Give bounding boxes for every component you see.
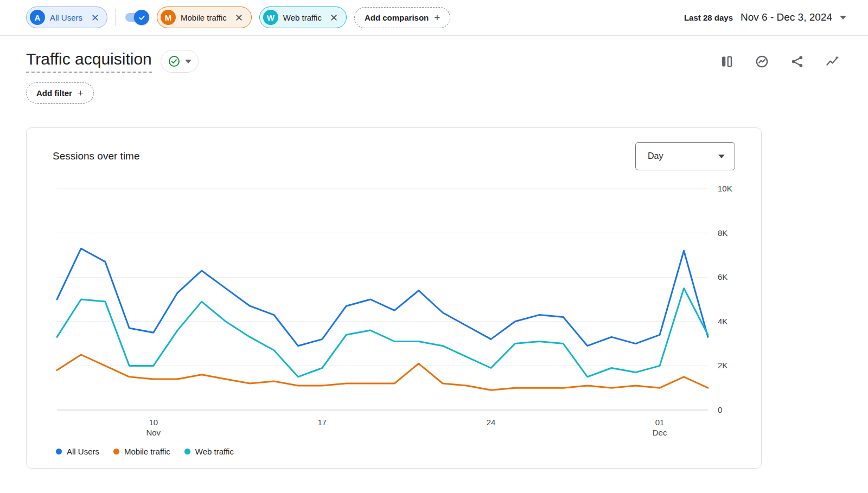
svg-text:10: 10 — [149, 418, 158, 427]
add-comparison-button[interactable]: Add comparison + — [354, 7, 450, 28]
legend-label: Mobile traffic — [124, 447, 170, 456]
date-range-value: Nov 6 - Dec 3, 2024 — [741, 11, 832, 23]
comparison-toggle[interactable] — [123, 10, 149, 25]
comparison-chip-label: Web traffic — [283, 13, 322, 22]
legend-dot — [113, 449, 119, 454]
chart-title: Sessions over time — [53, 150, 140, 162]
add-filter-button[interactable]: Add filter + — [26, 82, 94, 104]
sessions-chart[interactable]: 02K4K6K8K10K10Nov172401Dec — [53, 180, 736, 439]
legend-dot — [56, 449, 62, 454]
close-icon[interactable] — [234, 12, 245, 23]
all-users-avatar: A — [30, 10, 45, 25]
chevron-down-icon — [185, 60, 192, 63]
chevron-down-icon — [840, 16, 846, 20]
insights-icon[interactable] — [752, 52, 771, 71]
svg-text:24: 24 — [487, 418, 496, 427]
interval-value: Day — [648, 151, 663, 161]
svg-text:4K: 4K — [718, 317, 727, 326]
share-icon[interactable] — [788, 52, 807, 71]
report-header: Traffic acquisition — [0, 50, 868, 73]
check-circle-icon — [168, 55, 181, 68]
comparison-chip-label: All Users — [50, 13, 82, 22]
svg-text:01: 01 — [655, 418, 665, 427]
divider — [115, 9, 116, 26]
comparison-chip-all-users[interactable]: A All Users — [26, 7, 107, 28]
page-title: Traffic acquisition — [26, 50, 152, 73]
interval-dropdown[interactable]: Day — [635, 142, 735, 170]
trending-insights-icon[interactable] — [823, 52, 842, 71]
toggle-thumb-check-icon — [134, 10, 149, 25]
legend-label: All Users — [67, 447, 99, 456]
legend-item-web-traffic: Web traffic — [184, 447, 234, 456]
add-filter-label: Add filter — [36, 88, 72, 98]
add-comparison-label: Add comparison — [365, 13, 429, 22]
plus-icon: + — [78, 88, 84, 98]
web-traffic-avatar: W — [263, 10, 278, 25]
svg-text:6K: 6K — [718, 272, 727, 281]
compare-reports-icon[interactable] — [717, 52, 736, 71]
plus-icon: + — [434, 12, 440, 23]
comparison-bar: A All Users M Mobile traffic W Web traff… — [0, 0, 868, 36]
svg-text:8K: 8K — [718, 228, 727, 238]
svg-text:2K: 2K — [718, 361, 727, 370]
svg-text:17: 17 — [318, 418, 327, 427]
date-range-preset: Last 28 days — [684, 13, 733, 22]
close-icon[interactable] — [90, 12, 100, 23]
legend-item-all-users: All Users — [56, 447, 99, 456]
legend-dot — [184, 449, 190, 454]
comparison-chip-web-traffic[interactable]: W Web traffic — [259, 7, 347, 28]
legend-item-mobile-traffic: Mobile traffic — [113, 447, 170, 456]
svg-text:10K: 10K — [718, 184, 732, 193]
chart-legend: All Users Mobile traffic Web traffic — [56, 447, 761, 456]
legend-label: Web traffic — [195, 447, 234, 456]
svg-text:0: 0 — [718, 405, 722, 414]
comparison-chip-label: Mobile traffic — [181, 13, 227, 22]
svg-text:Nov: Nov — [146, 428, 161, 437]
report-status-dropdown[interactable] — [161, 50, 199, 73]
comparison-chip-mobile-traffic[interactable]: M Mobile traffic — [157, 7, 252, 28]
mobile-traffic-avatar: M — [161, 10, 176, 25]
date-range-selector[interactable]: Last 28 days Nov 6 - Dec 3, 2024 — [684, 11, 846, 23]
sessions-over-time-card: Sessions over time Day 02K4K6K8K10K10Nov… — [26, 127, 762, 469]
close-icon[interactable] — [329, 12, 340, 23]
svg-text:Dec: Dec — [653, 428, 667, 437]
chevron-down-icon — [718, 155, 725, 158]
